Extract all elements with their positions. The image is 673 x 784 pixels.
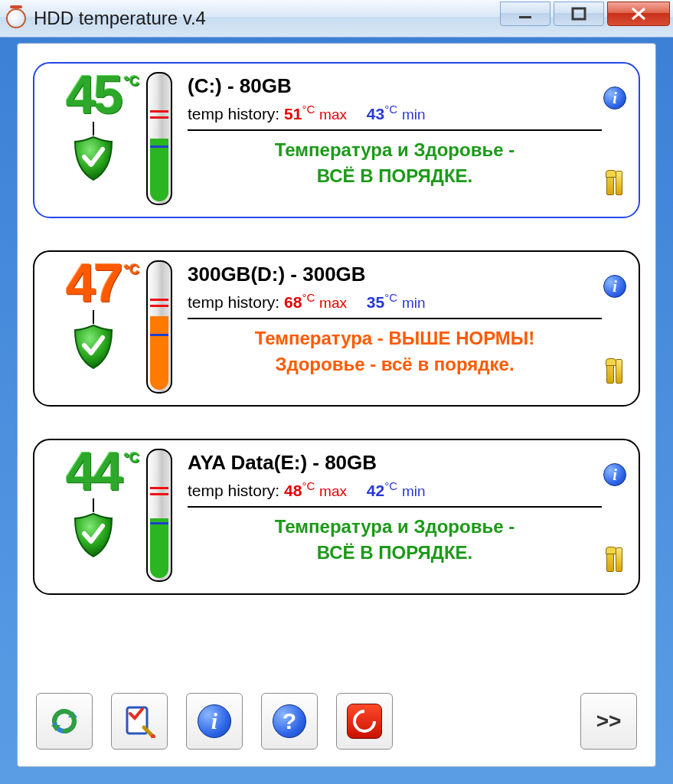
divider <box>188 506 602 508</box>
temperature-unit: °C <box>124 264 139 276</box>
temp-column: 44°C <box>45 445 142 586</box>
refresh-button[interactable] <box>36 693 93 750</box>
drive-title: 300GB(D:) - 300GB <box>188 263 602 286</box>
drive-card[interactable]: 45°C(C:) - 80GBtemp history: 51°C max 43… <box>33 62 640 218</box>
maximize-button[interactable] <box>554 2 604 26</box>
temp-column: 45°C <box>45 68 142 209</box>
power-icon <box>347 704 382 739</box>
temperature-unit: °C <box>124 452 139 464</box>
divider <box>188 318 602 319</box>
client-area: 45°C(C:) - 80GBtemp history: 51°C max 43… <box>17 43 656 767</box>
info-button[interactable]: i <box>186 693 243 750</box>
drive-info-icon[interactable]: i <box>603 463 626 486</box>
expand-button[interactable]: >> <box>580 693 637 750</box>
close-button[interactable] <box>607 2 670 26</box>
action-column: i <box>602 256 628 397</box>
temp-history: temp history: 51°C max 43°C min <box>188 103 602 128</box>
thermometer-icon <box>146 449 172 582</box>
drive-info-icon[interactable]: i <box>603 87 626 109</box>
status-text: Температура - ВЫШЕ НОРМЫ!Здоровье - всё … <box>188 325 602 377</box>
temperature-unit: °C <box>124 76 139 87</box>
thermometer-icon <box>146 260 172 394</box>
help-button[interactable]: ? <box>261 693 318 750</box>
action-column: i <box>602 445 628 586</box>
health-shield-icon <box>72 136 115 181</box>
info-column: AYA Data(E:) - 80GBtemp history: 48°C ma… <box>177 445 602 586</box>
tools-icon[interactable] <box>606 358 623 384</box>
options-button[interactable] <box>111 693 168 750</box>
temp-history: temp history: 48°C max 42°C min <box>188 479 602 505</box>
minimize-button[interactable] <box>500 2 550 26</box>
window-controls <box>497 2 670 26</box>
temperature-value: 47°C <box>66 261 121 307</box>
divider <box>188 129 602 131</box>
action-column: i <box>602 68 628 209</box>
info-column: 300GB(D:) - 300GBtemp history: 68°C max … <box>177 256 602 397</box>
drive-info-icon[interactable]: i <box>603 275 626 298</box>
svg-rect-1 <box>573 8 585 19</box>
tools-icon[interactable] <box>606 169 623 195</box>
thermometer-column <box>142 256 177 397</box>
expand-label: >> <box>596 709 622 733</box>
titlebar: HDD temperature v.4 <box>0 0 673 38</box>
drive-title: (C:) - 80GB <box>188 74 602 98</box>
thermometer-column <box>142 68 177 209</box>
info-icon: i <box>198 704 231 738</box>
temperature-value: 44°C <box>66 449 121 495</box>
tools-icon[interactable] <box>606 546 623 572</box>
app-icon <box>6 8 26 28</box>
temp-column: 47°C <box>45 256 142 397</box>
info-column: (C:) - 80GBtemp history: 51°C max 43°C m… <box>177 68 602 209</box>
drive-title: AYA Data(E:) - 80GB <box>188 451 602 475</box>
health-shield-icon <box>72 324 115 370</box>
drive-card[interactable]: 44°CAYA Data(E:) - 80GBtemp history: 48°… <box>33 439 640 595</box>
toolbar: i ? >> <box>36 693 637 750</box>
status-text: Температура и Здоровье -ВСЁ В ПОРЯДКЕ. <box>188 514 602 565</box>
help-icon: ? <box>273 704 306 738</box>
temp-history: temp history: 68°C max 35°C min <box>188 291 602 316</box>
thermometer-column <box>142 445 177 586</box>
power-button[interactable] <box>336 693 393 750</box>
thermometer-icon <box>146 72 172 205</box>
status-text: Температура и Здоровье -ВСЁ В ПОРЯДКЕ. <box>188 137 602 188</box>
temperature-value: 45°C <box>66 73 121 119</box>
drive-card[interactable]: 47°C300GB(D:) - 300GBtemp history: 68°C … <box>33 250 640 407</box>
svg-rect-0 <box>519 16 531 18</box>
window-title: HDD temperature v.4 <box>34 8 497 29</box>
health-shield-icon <box>72 512 115 558</box>
